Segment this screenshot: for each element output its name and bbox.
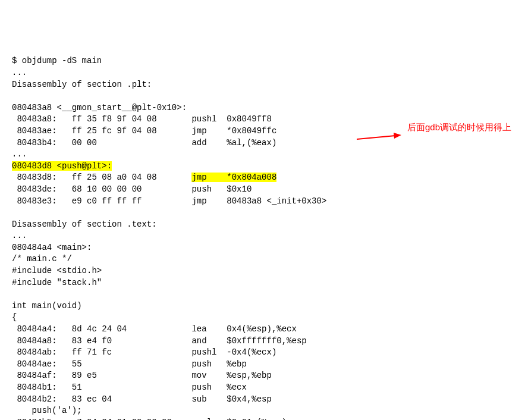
hex: ff 25 fc 9f 04 08	[57, 126, 172, 136]
asm-op: pushl 0x8049ff8	[172, 114, 272, 124]
hex: 00 00	[57, 138, 172, 148]
hex: ff 71 fc	[57, 347, 172, 357]
source-comment: /* main.c */	[12, 254, 72, 264]
addr: 80484a8:	[12, 336, 57, 346]
include-directive: #include "stack.h"	[12, 278, 102, 287]
symbol-gmon: 080483a8 <__gmon_start__@plt-0x10>:	[12, 103, 187, 112]
addr: 80484af:	[12, 371, 57, 380]
ellipsis: ...	[12, 68, 27, 77]
asm-op: mov %esp,%ebp	[172, 371, 272, 380]
asm-op: sub $0x4,%esp	[172, 394, 272, 404]
addr: 80483d8:	[12, 173, 57, 182]
hex: 83 e4 f0	[57, 336, 172, 346]
source-line: push('a');	[12, 406, 82, 415]
svg-line-0	[357, 136, 395, 139]
addr: 80483e3:	[12, 196, 57, 206]
addr: 80483a8:	[12, 114, 57, 124]
hex: c7 04 24 61 00 00 00	[57, 418, 172, 420]
hex: 8d 4c 24 04	[57, 324, 172, 334]
sp	[172, 173, 192, 182]
hex: ff 25 08 a0 04 08	[57, 173, 172, 182]
asm-op: lea 0x4(%esp),%ecx	[172, 324, 297, 334]
addr: 80484ab:	[12, 347, 57, 357]
hex: ff 35 f8 9f 04 08	[57, 114, 172, 124]
addr: 80484b5:	[12, 418, 57, 420]
addr: 80484a4:	[12, 324, 57, 334]
asm-op-highlighted: jmp *0x804a008	[191, 173, 276, 182]
hex: e9 c0 ff ff ff	[57, 196, 172, 206]
svg-marker-1	[394, 133, 401, 139]
addr: 80483b4:	[12, 138, 57, 148]
include-directive: #include <stdio.h>	[12, 266, 102, 275]
addr: 80484b1:	[12, 383, 57, 392]
brace: {	[12, 312, 17, 322]
symbol-push-plt: 080483d8 <push@plt>:	[12, 161, 112, 171]
hex: 55	[57, 359, 172, 369]
asm-op: add %al,(%eax)	[172, 138, 276, 148]
command-line: $ objdump -dS main	[12, 56, 102, 65]
hex: 89 e5	[57, 371, 172, 380]
addr: 80483ae:	[12, 126, 57, 136]
arrow-icon	[357, 119, 404, 146]
addr: 80484b2:	[12, 394, 57, 404]
asm-op: pushl -0x4(%ecx)	[172, 347, 276, 357]
text-section-header: Disassembly of section .text:	[12, 220, 157, 229]
asm-op: jmp *0x8049ffc	[172, 126, 276, 136]
asm-op: jmp 80483a8 <_init+0x30>	[172, 196, 326, 206]
plt-section-header: Disassembly of section .plt:	[12, 80, 152, 89]
func-signature: int main(void)	[12, 301, 82, 311]
symbol-main: 080484a4 <main>:	[12, 243, 92, 252]
asm-op: movl $0x61,(%esp)	[172, 418, 287, 420]
asm-op: push %ebp	[172, 359, 247, 369]
asm-op: and $0xfffffff0,%esp	[172, 336, 307, 346]
asm-op: push $0x10	[172, 184, 252, 194]
addr: 80483de:	[12, 184, 57, 194]
hex: 51	[57, 383, 172, 392]
hex: 83 ec 04	[57, 394, 172, 404]
hex: 68 10 00 00 00	[57, 184, 172, 194]
asm-op: push %ecx	[172, 383, 247, 392]
ellipsis: ...	[12, 231, 27, 240]
annotation-text: 后面gdb调试的时候用得上	[407, 121, 511, 133]
addr: 80484ae:	[12, 359, 57, 369]
ellipsis: ...	[12, 149, 27, 159]
